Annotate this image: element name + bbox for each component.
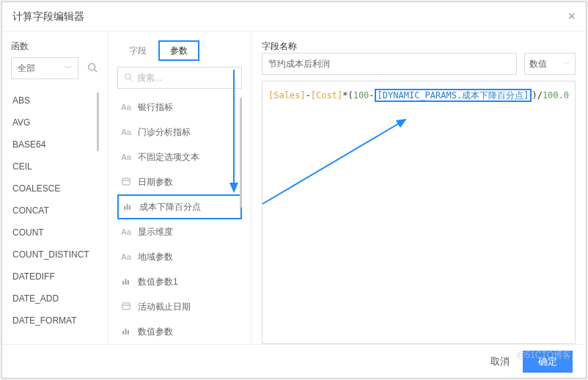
expr-token-dynamic-highlight: [DYNAMIC_PARAMS.成本下降百分点] [375,89,532,102]
search-icon [124,73,133,84]
svg-rect-7 [126,204,128,210]
param-item[interactable]: 活动截止日期 [117,294,242,319]
tab-param[interactable]: 参数 [158,40,199,61]
param-label: 数值参数 [138,326,173,338]
svg-rect-14 [122,331,124,335]
svg-rect-10 [125,279,126,285]
svg-rect-15 [125,329,126,335]
scrollbar-thumb[interactable] [97,92,99,151]
expr-token-op: *( [342,90,353,101]
param-label: 成本下降百分点 [139,201,201,213]
function-item[interactable]: ABS [11,89,99,112]
expr-token-op: - [306,90,311,101]
text-type-icon: Aa [120,103,132,112]
chevron-down-icon: ﹀ [564,59,570,69]
param-item[interactable]: 数值参数1 [117,269,242,294]
param-label: 银行指标 [138,101,173,114]
svg-rect-6 [124,206,125,210]
function-item[interactable]: BASE64 [11,134,99,156]
expr-token-dynamic: [DYNAMIC_PARAMS.成本下降百分点] [378,90,529,101]
svg-rect-4 [122,178,130,185]
text-type-icon: Aa [120,252,132,261]
function-item[interactable]: AVG [11,112,99,134]
svg-line-1 [95,69,98,72]
param-label: 活动截止日期 [138,301,191,313]
search-icon[interactable] [86,62,99,75]
svg-point-2 [125,73,131,79]
param-search-input[interactable] [137,73,247,83]
param-label: 门诊分析指标 [138,126,191,139]
param-item[interactable]: Aa显示维度 [117,219,242,244]
expr-token-number: 100.0 [543,90,569,101]
function-item[interactable]: CONCAT [11,200,99,222]
modal-title: 计算字段编辑器 [12,10,84,23]
chevron-down-icon: ﹀ [65,63,72,73]
svg-rect-9 [122,281,124,285]
function-item[interactable]: COUNT_DISTINCT [11,244,99,266]
function-item[interactable]: DATE_FORMAT [11,310,99,332]
svg-rect-12 [122,303,130,310]
svg-rect-8 [129,205,131,210]
calendar-icon [120,177,132,187]
field-name-value: 节约成本后利润 [268,58,330,70]
close-icon[interactable]: × [567,9,576,24]
field-name-input[interactable]: 节约成本后利润 [262,53,517,75]
param-item[interactable]: Aa银行指标 [117,95,242,120]
function-filter-select[interactable]: 全部 ﹀ [11,57,78,79]
function-item[interactable]: CEIL [11,156,99,178]
param-item[interactable]: Aa地域参数 [117,244,242,269]
ok-button[interactable]: 确定 [523,351,573,373]
param-item-highlighted[interactable]: 成本下降百分点 [117,194,242,219]
fieldname-label: 字段名称 [262,40,576,53]
param-item[interactable]: 日期参数 [117,169,242,194]
param-item[interactable]: 数值参数 [117,319,242,344]
param-item[interactable]: Aa不固定选项文本 [117,145,242,169]
expr-token-field: [Sales] [268,90,306,101]
expr-token-op: - [369,90,374,101]
expr-token-op: )/ [532,90,542,101]
function-filter-value: 全部 [18,62,35,75]
function-list: ABS AVG BASE64 CEIL COALESCE CONCAT COUN… [11,89,99,344]
scrollbar-thumb[interactable] [240,98,242,208]
svg-line-3 [130,78,132,81]
cancel-button[interactable]: 取消 [490,355,510,368]
param-label: 显示维度 [138,226,173,238]
tab-field[interactable]: 字段 [117,40,158,61]
expression-editor[interactable]: [Sales]-[Cost]*(100-[DYNAMIC_PARAMS.成本下降… [262,81,576,344]
expr-token-field: [Cost] [311,90,342,101]
param-search-box[interactable] [117,67,242,89]
param-label: 不固定选项文本 [138,151,199,164]
function-item[interactable]: COUNT [11,222,99,244]
bar-chart-icon [120,277,132,287]
param-label: 数值参数1 [138,276,178,288]
function-item[interactable]: COALESCE [11,178,99,200]
bar-chart-icon [122,202,133,212]
field-type-value: 数值 [529,58,547,70]
text-type-icon: Aa [120,153,132,161]
expr-token-number: 100 [353,90,370,101]
function-item[interactable]: DATE_ADD [11,288,99,310]
svg-rect-11 [128,280,129,285]
text-type-icon: Aa [120,128,132,136]
field-type-select[interactable]: 数值 ﹀ [524,53,576,75]
param-label: 地域参数 [138,251,173,263]
param-label: 日期参数 [138,176,173,189]
param-list: Aa银行指标 Aa门诊分析指标 Aa不固定选项文本 日期参数 成本下降百分点 A… [117,95,242,344]
svg-rect-16 [128,330,129,335]
functions-section-title: 函数 [11,40,99,53]
param-item[interactable]: Aa门诊分析指标 [117,120,242,145]
svg-point-0 [89,63,95,70]
text-type-icon: Aa [120,227,132,236]
bar-chart-icon [120,326,132,337]
calendar-icon [120,302,132,312]
function-item[interactable]: DATEDIFF [11,266,99,288]
